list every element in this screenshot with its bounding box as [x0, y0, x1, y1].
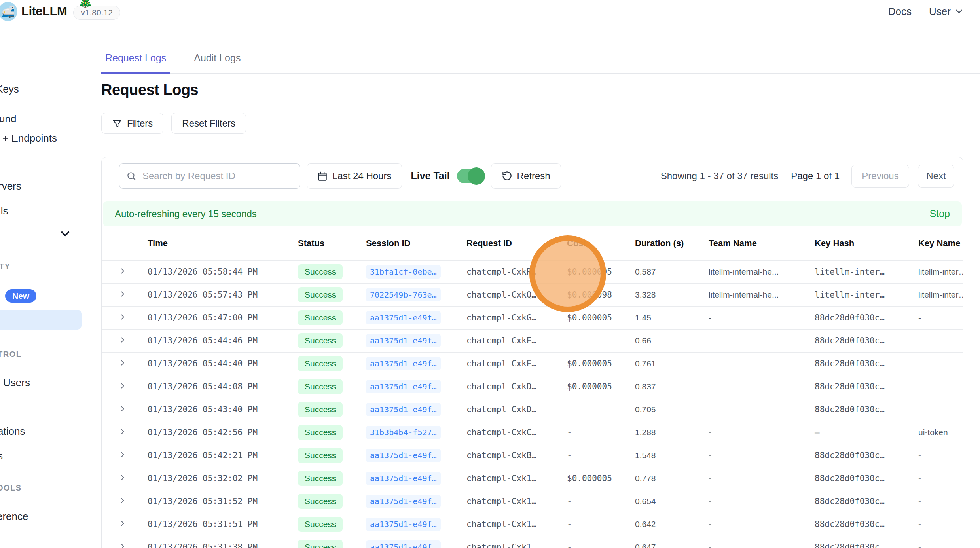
app-logo[interactable]: 🚅 LiteLLM — [0, 2, 67, 21]
new-feature-badge: New — [5, 289, 36, 303]
table-row[interactable]: 01/13/2026 05:44:08 PM Success aa1375d1-… — [102, 375, 963, 398]
sidebar-item-servers[interactable]: rvers — [0, 180, 21, 192]
key-hash-cell: 88dc28d0f030c… — [808, 536, 912, 548]
sidebar-item-keys[interactable]: Keys — [0, 83, 19, 95]
table-row[interactable]: 01/13/2026 05:47:00 PM Success aa1375d1-… — [102, 306, 963, 329]
session-id-link[interactable]: aa1375d1-e49f… — [366, 540, 441, 548]
key-hash-cell: 88dc28d0f030c… — [808, 490, 912, 513]
team-name-cell: litellm-internal-he... — [702, 283, 808, 306]
search-icon — [126, 171, 136, 181]
expand-row-icon[interactable] — [118, 267, 127, 275]
table-row[interactable]: 01/13/2026 05:44:40 PM Success aa1375d1-… — [102, 352, 963, 375]
column-header-5: Cost — [561, 226, 629, 260]
expand-row-icon[interactable] — [118, 542, 127, 548]
table-row[interactable]: 01/13/2026 05:57:43 PM Success 7022549b-… — [102, 283, 963, 306]
session-id-link[interactable]: aa1375d1-e49f… — [366, 334, 441, 347]
session-id-link[interactable]: aa1375d1-e49f… — [366, 380, 441, 393]
tab-audit-logs[interactable]: Audit Logs — [190, 52, 245, 73]
sidebar-item-guardrails[interactable]: ils — [0, 205, 8, 217]
tab-request-logs[interactable]: Request Logs — [101, 52, 170, 74]
sidebar-item-teams[interactable]: s — [0, 450, 3, 462]
expand-row-icon[interactable] — [118, 358, 127, 367]
sidebar-item-api-reference[interactable]: erence — [0, 510, 28, 523]
filters-button-label: Filters — [127, 118, 153, 129]
expand-row-icon[interactable] — [118, 290, 127, 298]
key-name-cell: - — [912, 490, 963, 513]
table-row[interactable]: 01/13/2026 05:58:44 PM Success 31bfa1cf-… — [102, 260, 963, 283]
time-cell: 01/13/2026 05:31:52 PM — [141, 490, 292, 513]
status-badge: Success — [298, 448, 343, 463]
previous-page-button[interactable]: Previous — [851, 165, 909, 188]
sidebar-item-users[interactable]: Users — [3, 377, 30, 389]
docs-link[interactable]: Docs — [888, 6, 912, 18]
chevron-down-icon — [954, 6, 964, 17]
sidebar-collapse-chevron-icon[interactable] — [59, 227, 72, 241]
table-row[interactable]: 01/13/2026 05:31:52 PM Success aa1375d1-… — [102, 490, 963, 513]
request-id-cell: chatcmpl-CxkG… — [460, 306, 561, 329]
session-id-link[interactable]: aa1375d1-e49f… — [366, 449, 441, 462]
search-request-id-input[interactable] — [119, 163, 300, 189]
session-id-link[interactable]: aa1375d1-e49f… — [366, 311, 441, 324]
table-row[interactable]: 01/13/2026 05:31:38 PM Success aa1375d1-… — [102, 536, 963, 548]
key-name-cell: - — [912, 513, 963, 536]
status-badge: Success — [298, 402, 343, 417]
expand-row-icon[interactable] — [118, 313, 127, 321]
table-row[interactable]: 01/13/2026 05:44:46 PM Success aa1375d1-… — [102, 329, 963, 352]
time-range-label: Last 24 Hours — [332, 171, 391, 182]
key-name-cell: - — [912, 467, 963, 490]
refresh-button[interactable]: Refresh — [491, 163, 561, 189]
sidebar-item-logs-active[interactable] — [0, 310, 82, 330]
key-hash-cell: litellm-inter… — [808, 283, 912, 306]
app-logo-text: LiteLLM — [21, 4, 67, 19]
cost-cell: - — [561, 421, 629, 444]
key-hash-cell: 88dc28d0f030c… — [808, 513, 912, 536]
sidebar-section-observability: TY — [0, 262, 11, 271]
key-hash-cell: 88dc28d0f030c… — [808, 375, 912, 398]
column-header-9: Key Name — [912, 226, 963, 260]
key-name-cell: litellm-inter… — [912, 260, 963, 283]
status-badge: Success — [298, 471, 343, 486]
time-cell: 01/13/2026 05:32:02 PM — [141, 467, 292, 490]
team-name-cell: - — [702, 375, 808, 398]
time-range-button[interactable]: Last 24 Hours — [307, 163, 402, 189]
request-id-cell: chatcmpl-Cxk1… — [460, 536, 561, 548]
session-id-link[interactable]: 7022549b-763e… — [366, 288, 441, 301]
expand-row-icon[interactable] — [118, 473, 127, 482]
expand-row-icon[interactable] — [118, 496, 127, 505]
sidebar-item-endpoints[interactable]: + Endpoints — [2, 132, 57, 144]
session-id-link[interactable]: aa1375d1-e49f… — [366, 403, 441, 416]
table-row[interactable]: 01/13/2026 05:31:51 PM Success aa1375d1-… — [102, 513, 963, 536]
expand-row-icon[interactable] — [118, 404, 127, 413]
table-row[interactable]: 01/13/2026 05:42:56 PM Success 31b3b4b4-… — [102, 421, 963, 444]
filters-button[interactable]: Filters — [101, 113, 163, 134]
main-content: Request Logs Audit Logs Request Logs Fil… — [101, 23, 980, 548]
time-cell: 01/13/2026 05:44:08 PM — [141, 375, 292, 398]
expand-row-icon[interactable] — [118, 450, 127, 459]
cost-cell: $0.000005 — [561, 306, 629, 329]
session-id-link[interactable]: aa1375d1-e49f… — [366, 518, 441, 531]
team-name-cell: - — [702, 421, 808, 444]
sidebar-item-playground[interactable]: und — [0, 113, 16, 125]
expand-row-icon[interactable] — [118, 519, 127, 528]
user-menu[interactable]: User — [929, 6, 964, 18]
reset-filters-button[interactable]: Reset Filters — [171, 113, 246, 134]
table-row[interactable]: 01/13/2026 05:32:02 PM Success aa1375d1-… — [102, 467, 963, 490]
stop-auto-refresh-link[interactable]: Stop — [930, 208, 950, 220]
duration-cell: 0.705 — [629, 398, 702, 421]
duration-cell: 0.837 — [629, 375, 702, 398]
cost-cell: - — [561, 513, 629, 536]
session-id-link[interactable]: aa1375d1-e49f… — [366, 357, 441, 370]
live-tail-toggle[interactable] — [457, 169, 483, 183]
session-id-link[interactable]: aa1375d1-e49f… — [366, 495, 441, 508]
session-id-link[interactable]: 31b3b4b4-f527… — [366, 426, 441, 439]
next-page-button[interactable]: Next — [918, 165, 954, 188]
sidebar-item-organizations[interactable]: ations — [0, 425, 25, 438]
expand-row-icon[interactable] — [118, 427, 127, 436]
table-row[interactable]: 01/13/2026 05:42:21 PM Success aa1375d1-… — [102, 444, 963, 467]
session-id-link[interactable]: 31bfa1cf-0ebe… — [366, 265, 441, 279]
expand-row-icon[interactable] — [118, 381, 127, 390]
key-name-cell: litellm-inter… — [912, 283, 963, 306]
table-row[interactable]: 01/13/2026 05:43:40 PM Success aa1375d1-… — [102, 398, 963, 421]
session-id-link[interactable]: aa1375d1-e49f… — [366, 472, 441, 485]
expand-row-icon[interactable] — [118, 336, 127, 344]
